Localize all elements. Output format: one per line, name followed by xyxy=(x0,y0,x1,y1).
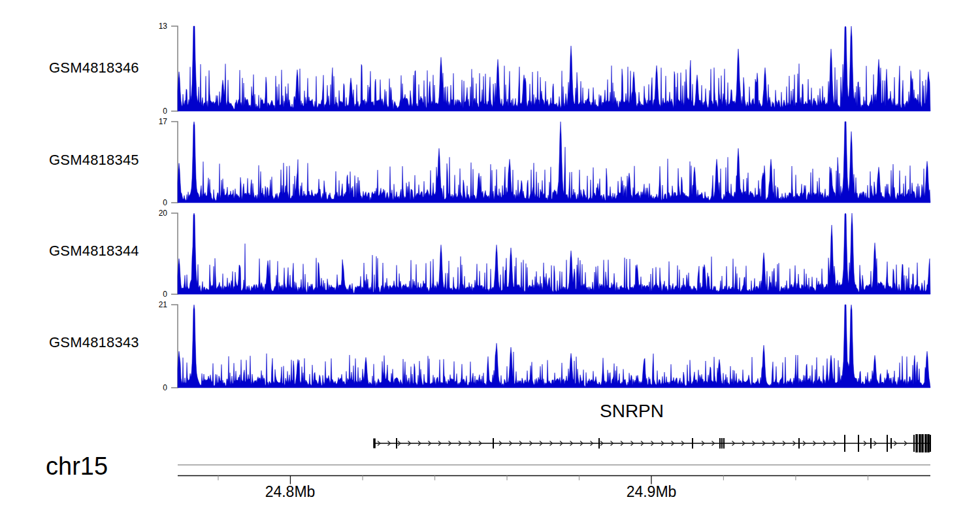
signal-track-1 xyxy=(178,26,930,111)
track-label-2: GSM4818345 xyxy=(49,152,160,169)
gene-exon-bar xyxy=(721,438,723,449)
ruler-label-24-8mb: 24.8Mb xyxy=(265,483,316,501)
gene-name-label: SNRPN xyxy=(600,401,664,422)
gene-exon-bar xyxy=(373,439,376,449)
track4-ymax-label: 21 xyxy=(131,300,167,309)
gene-exon-bar xyxy=(915,434,918,452)
gene-exon-bar xyxy=(858,435,859,452)
genome-browser-figure: GSM4818346 GSM4818345 GSM4818344 GSM4818… xyxy=(0,0,980,510)
track4-yzero-label: 0 xyxy=(131,383,167,392)
track-label-4: GSM4818343 xyxy=(49,334,160,351)
gene-exon-bar xyxy=(890,438,892,449)
track3-yzero-label: 0 xyxy=(131,290,167,299)
track3-ymax-label: 20 xyxy=(131,209,167,218)
gene-exon-bar xyxy=(396,438,397,449)
gene-exon-bar xyxy=(927,434,930,452)
gene-exon-bar xyxy=(844,435,845,452)
gene-exon-bar xyxy=(598,438,600,449)
gene-exon-bar xyxy=(930,435,931,452)
track2-ymax-label: 17 xyxy=(131,117,167,126)
track3-y-axis xyxy=(171,213,178,294)
track2-yzero-label: 0 xyxy=(131,198,167,207)
chromosome-label: chr15 xyxy=(46,452,108,481)
gene-exon-bar xyxy=(723,438,725,449)
gene-exon-bar xyxy=(493,438,494,449)
ruler-label-24-9mb: 24.9Mb xyxy=(627,483,677,501)
gene-exon-bar xyxy=(870,438,872,449)
gene-exon-bar xyxy=(913,435,915,452)
gene-exon-bar xyxy=(719,438,721,449)
track1-y-axis xyxy=(171,26,178,111)
signal-track-4 xyxy=(178,305,930,388)
track-label-3: GSM4818344 xyxy=(49,243,160,260)
signal-track-3 xyxy=(178,213,930,294)
signal-track-2 xyxy=(178,122,930,203)
gene-exon-bar xyxy=(887,435,888,452)
track1-yzero-label: 0 xyxy=(131,107,167,116)
gene-exon-bar xyxy=(798,438,800,449)
gene-exon-bar xyxy=(919,434,921,452)
gene-exon-bar xyxy=(924,434,927,452)
track-label-1: GSM4818346 xyxy=(49,60,160,76)
gene-exon-bar xyxy=(921,434,924,452)
track4-y-axis xyxy=(171,305,178,388)
track1-ymax-label: 13 xyxy=(131,22,167,31)
track2-y-axis xyxy=(171,122,178,203)
gene-exon-bar xyxy=(692,438,693,449)
